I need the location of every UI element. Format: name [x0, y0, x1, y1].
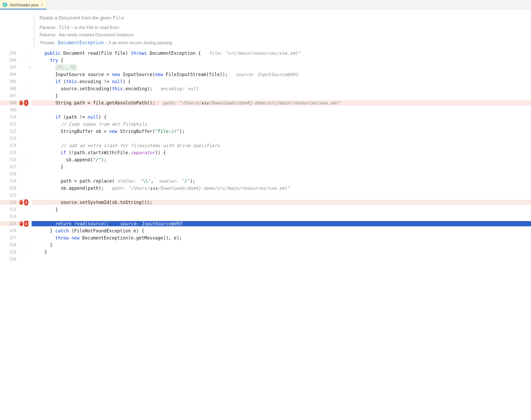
code-line[interactable]: if (this.encoding != null) {	[32, 79, 531, 84]
line-number[interactable]: 317	[0, 164, 19, 169]
code-line[interactable]: }	[32, 249, 531, 255]
code-line[interactable]: StringBuffer sb = new StringBuffer("file…	[32, 129, 531, 134]
code-line[interactable]: source.setEncoding(this.encoding); encod…	[32, 86, 531, 91]
javadoc-returns-label: Returns:	[40, 32, 56, 37]
code-line[interactable]: public Document read(File file) throws D…	[32, 51, 531, 56]
code-line[interactable]: }	[32, 242, 531, 248]
line-number[interactable]: 314	[0, 143, 19, 148]
code-line[interactable]: }	[32, 207, 531, 212]
code-line[interactable]: sb.append("/");	[32, 157, 531, 162]
javadoc-params-label: Params:	[40, 25, 56, 30]
line-number[interactable]: 323	[0, 207, 19, 212]
class-file-icon: C	[3, 2, 7, 7]
code-line[interactable]: try {	[32, 58, 531, 63]
fold-toggle-icon[interactable]	[29, 80, 31, 83]
frame-badge[interactable]: 1	[24, 100, 28, 106]
javadoc-throws-rest: – if an error occurs during parsing.	[104, 40, 173, 45]
javadoc-throws-link[interactable]: DocumentException	[58, 40, 104, 45]
inline-hint: source: InputSource@493	[120, 221, 182, 226]
javadoc-render: Reads a Document from the given File Par…	[34, 14, 531, 47]
line-number[interactable]: 327	[0, 236, 19, 240]
line-number[interactable]: 295	[0, 51, 19, 56]
javadoc-throws-label: Throws:	[40, 40, 55, 45]
line-number[interactable]: 313	[0, 136, 19, 141]
code-line[interactable]: } catch (FileNotFoundException e) {	[32, 228, 531, 233]
inline-hint: encoding: null	[160, 86, 198, 91]
line-number[interactable]: 326	[0, 228, 19, 233]
code-line[interactable]: }	[32, 93, 531, 98]
line-number[interactable]: 308	[0, 101, 19, 105]
fold-toggle-icon[interactable]	[29, 229, 31, 233]
code-line[interactable]: if (path != null) {	[32, 114, 531, 120]
code-line[interactable]: /*...*/	[32, 65, 531, 70]
line-number[interactable]: 328	[0, 243, 19, 247]
line-number[interactable]: 325	[0, 221, 19, 226]
line-number[interactable]: 310	[0, 115, 19, 119]
line-number[interactable]: 330	[0, 257, 19, 262]
line-number[interactable]: 296	[0, 58, 19, 63]
line-number[interactable]: 320	[0, 186, 19, 191]
javadoc-summary-text: Reads a Document from the given	[40, 15, 113, 21]
line-number[interactable]: 329	[0, 250, 19, 254]
line-number[interactable]: 322	[0, 200, 19, 205]
tab-title: SAXReader.java	[9, 3, 38, 7]
inline-hint: source: InputSource@493	[236, 72, 298, 77]
code-line[interactable]: source.setSystemId(sb.toString());	[32, 200, 531, 205]
javadoc-returns-val: the newly created Document instance	[59, 32, 134, 37]
code-line[interactable]: throw new DocumentException(e.getMessage…	[32, 235, 531, 241]
editor-tab-bar: C SAXReader.java ×	[0, 0, 531, 10]
line-number[interactable]: 319	[0, 179, 19, 183]
line-number[interactable]: 316	[0, 157, 19, 162]
editor-tab-saxreader[interactable]: C SAXReader.java ×	[0, 0, 47, 9]
line-number[interactable]: 318	[0, 172, 19, 176]
line-number[interactable]: 309	[0, 108, 19, 112]
inline-hint: path: "/Users/▮▮▮/Downloads/dom4j-demo/s…	[163, 100, 341, 106]
code-line[interactable]: path = path.replace( oldChar: '\\', newC…	[32, 178, 531, 184]
line-number[interactable]: 304	[0, 72, 19, 77]
code-line[interactable]: InputSource source = new InputSource(new…	[32, 72, 531, 77]
close-icon[interactable]: ×	[41, 3, 43, 7]
frame-badge[interactable]: 2	[24, 199, 28, 206]
line-number[interactable]: 321	[0, 193, 19, 198]
param-hint: oldChar:	[117, 179, 137, 184]
breakpoint-icon[interactable]	[19, 221, 23, 226]
fold-end-icon[interactable]	[29, 243, 31, 247]
line-number[interactable]: 311	[0, 122, 19, 127]
line-number[interactable]: 315	[0, 150, 19, 155]
code-line[interactable]: // Code taken from Ant FileUtils	[32, 122, 531, 127]
breakpoint-icon[interactable]	[19, 200, 23, 205]
fold-toggle-icon[interactable]	[29, 51, 31, 55]
inline-hint: path: "/Users/▮▮▮/Downloads/dom4j-demo/s…	[112, 186, 290, 191]
fold-collapsed-icon[interactable]	[29, 66, 31, 69]
fold-end-icon[interactable]	[29, 250, 31, 254]
fold-end-icon[interactable]	[29, 94, 31, 98]
javadoc-summary-type: File	[113, 15, 124, 21]
line-number[interactable]: 306	[0, 86, 19, 91]
frame-badge[interactable]: 3	[24, 221, 29, 227]
code-line-current-execution[interactable]: return read(source); source: InputSource…	[32, 221, 531, 226]
fold-toggle-icon[interactable]	[29, 58, 31, 62]
line-number[interactable]: 297	[0, 65, 19, 70]
code-editor[interactable]: Reads a Document from the given File Par…	[0, 10, 531, 420]
param-hint: newChar:	[159, 179, 179, 184]
fold-toggle-icon[interactable]	[29, 151, 31, 154]
fold-end-icon[interactable]	[29, 165, 31, 169]
code-line[interactable]: // add an extra slash for filesystems wi…	[32, 143, 531, 148]
fold-toggle-icon[interactable]	[29, 115, 31, 119]
javadoc-params-rest: – is the File to read from.	[70, 25, 120, 30]
code-line[interactable]: sb.append(path); path: "/Users/▮▮▮/Downl…	[32, 186, 531, 191]
fold-end-icon[interactable]	[29, 208, 31, 211]
inline-hint: file: "src/main/resources/xxe.xml"	[209, 51, 301, 56]
code-line[interactable]: if (!path.startsWith(File.separator)) {	[32, 150, 531, 155]
code-line[interactable]: String path = file.getAbsolutePath(); pa…	[32, 100, 531, 106]
line-number[interactable]: 324	[0, 214, 19, 219]
code-line[interactable]: }	[32, 164, 531, 169]
line-number[interactable]: 305	[0, 79, 19, 84]
javadoc-params-mono: file	[59, 25, 70, 30]
line-number[interactable]: 307	[0, 93, 19, 98]
breakpoint-icon[interactable]	[19, 101, 23, 105]
line-number[interactable]: 312	[0, 129, 19, 134]
